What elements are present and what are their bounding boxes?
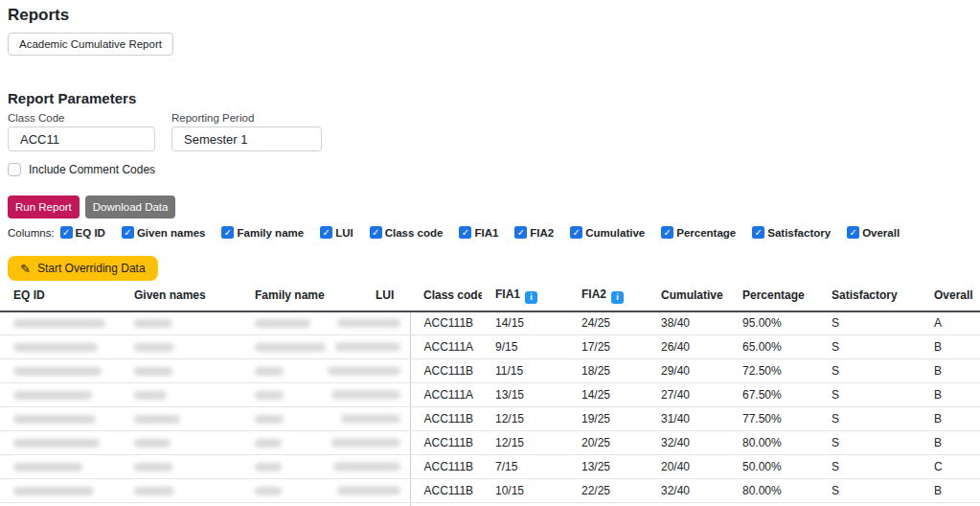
column-toggle-lui[interactable]: ✓LUI [320,226,353,239]
redacted-value-blur [134,367,172,376]
checkbox-checked-icon: ✓ [570,226,582,239]
cell-percentage: 65.00% [729,335,818,359]
redacted-cell [0,407,121,431]
column-toggle-percentage[interactable]: ✓Percentage [661,226,736,239]
column-toggle-label: Cumulative [585,227,645,239]
columns-filter: ✓EQ ID✓Given names✓Family name✓LUI✓Class… [60,226,900,239]
redacted-value-blur [331,391,400,400]
redacted-value-blur [13,415,96,424]
column-header-label: Satisfactory [832,288,898,302]
checkbox-checked-icon: ✓ [122,226,134,239]
column-toggle-family-name[interactable]: ✓Family name [221,226,304,239]
pencil-icon: ✎ [20,263,31,275]
redacted-value-blur [255,367,284,376]
redacted-value-blur [13,391,92,400]
column-toggle-satisfactory[interactable]: ✓Satisfactory [752,226,831,239]
column-toggle-fia2[interactable]: ✓FIA2 [514,226,554,239]
cell-fia1: 12/15 [482,431,568,455]
redacted-cell [0,479,121,503]
checkbox-checked-icon: ✓ [60,226,73,239]
column-header-label: Overall [934,288,973,302]
cell-overall: B [921,479,980,503]
column-toggle-fia1[interactable]: ✓FIA1 [459,226,498,239]
column-header-percentage: Percentage [729,288,818,311]
redacted-cell [362,383,410,407]
cell-class-code: ACC111A [410,383,482,407]
cell-overall: B [921,407,980,431]
column-header-label: Given names [134,288,206,302]
fia2-info-icon[interactable]: i [611,291,624,304]
redacted-cell [121,431,241,455]
cell-class-code: ACC111B [410,311,482,335]
redacted-cell [0,335,121,359]
column-header-fia1: FIA1i [482,288,568,311]
redacted-cell [362,407,410,431]
cell-cumulative: 26/40 [648,335,729,359]
table-row: ACC111A13/1514/2527/4067.50%SB [0,383,980,407]
report-table: EQ IDGiven namesFamily nameLUIClass code… [0,288,980,506]
run-report-button[interactable]: Run Report [8,196,80,218]
redacted-cell [0,359,121,383]
column-toggle-label: Family name [237,227,304,239]
redacted-value-blur [255,415,284,424]
cell-overall: C [921,503,980,506]
include-comment-codes-checkbox[interactable] [8,163,21,176]
cell-satisfactory: S [818,335,921,359]
class-code-input[interactable] [8,126,155,151]
column-toggle-class-code[interactable]: ✓Class code [370,226,444,239]
cell-class-code: ACC111A [410,335,482,359]
cell-class-code: ACC111B [410,455,482,479]
redacted-value-blur [134,487,174,495]
redacted-value-blur [13,487,94,495]
column-toggle-cumulative[interactable]: ✓Cumulative [570,226,645,239]
column-toggle-label: Percentage [676,227,736,239]
report-parameters-heading: Report Parameters [8,90,980,107]
redacted-cell [362,503,410,506]
column-toggle-label: Class code [385,227,444,239]
page-title: Reports [8,6,980,25]
cell-satisfactory: S [818,311,921,335]
table-body: ACC111B14/1524/2538/4095.00%SAACC111A9/1… [0,311,980,506]
redacted-value-blur [13,343,98,352]
cell-fia1: 6/15 [482,503,568,506]
reports-page: Reports Academic Cumulative Report Repor… [0,0,980,506]
checkbox-checked-icon: ✓ [752,226,764,239]
cell-fia2: 19/25 [568,407,648,431]
reporting-period-input[interactable] [171,126,322,151]
redacted-value-blur [255,487,282,495]
checkbox-checked-icon: ✓ [221,226,234,239]
checkbox-checked-icon: ✓ [514,226,527,239]
column-header-fia2: FIA2i [568,288,648,311]
column-header-label: EQ ID [13,288,45,302]
fia1-info-icon[interactable]: i [525,291,537,304]
cell-cumulative: 32/40 [648,479,729,503]
column-header-label: LUI [376,288,394,302]
redacted-value-blur [134,319,172,328]
redacted-cell [362,455,410,479]
class-code-label: Class Code [8,112,155,124]
column-header-class-code: Class code [410,288,482,311]
cell-fia2: 13/25 [568,455,648,479]
cell-percentage: 67.50% [729,383,818,407]
columns-filter-row: Columns: ✓EQ ID✓Given names✓Family name✓… [8,226,980,239]
column-header-cumulative: Cumulative [648,288,729,311]
redacted-value-blur [335,343,400,352]
column-toggle-eq-id[interactable]: ✓EQ ID [60,226,105,239]
redacted-value-blur [255,343,326,352]
redacted-cell [121,455,241,479]
column-toggle-label: FIA1 [474,227,498,239]
tab-academic-cumulative-report[interactable]: Academic Cumulative Report [8,33,173,56]
download-data-button[interactable]: Download Data [85,196,176,218]
start-overriding-data-button[interactable]: ✎ Start Overriding Data [8,256,158,281]
column-header-label: Cumulative [661,288,723,302]
cell-fia2: 14/25 [568,503,648,506]
cell-class-code: ACC111A [410,503,482,506]
table-row: ACC111B12/1520/2532/4080.00%SB [0,431,980,455]
redacted-value-blur [255,463,282,472]
column-toggle-overall[interactable]: ✓Overall [847,226,900,239]
column-header-label: Family name [255,288,325,302]
cell-percentage: 80.00% [729,479,818,503]
column-toggle-given-names[interactable]: ✓Given names [122,226,206,239]
cell-fia2: 24/25 [568,311,648,335]
redacted-cell [0,431,121,455]
